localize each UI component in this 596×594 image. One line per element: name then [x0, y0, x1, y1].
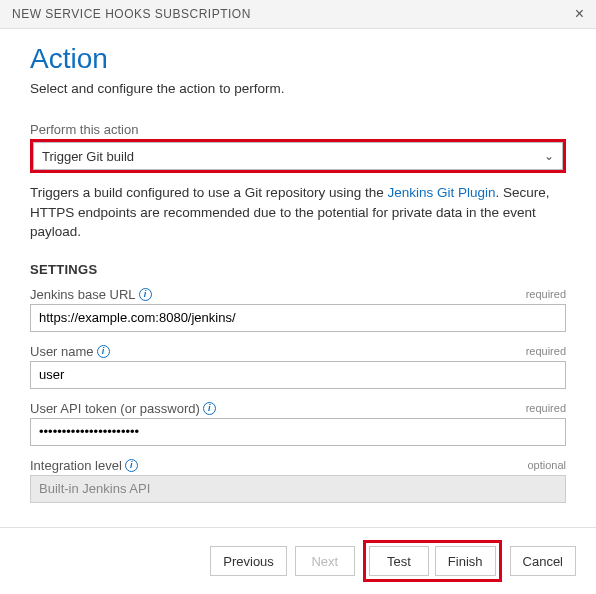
page-subtitle: Select and configure the action to perfo…	[30, 81, 566, 96]
jenkins-url-row: Jenkins base URL i required	[30, 287, 566, 332]
action-select-highlight: Trigger Git build ⌄	[30, 139, 566, 173]
settings-heading: SETTINGS	[30, 262, 566, 277]
info-icon[interactable]: i	[97, 345, 110, 358]
close-icon[interactable]: ×	[575, 6, 584, 22]
dialog-footer: Previous Next Test Finish Cancel	[0, 527, 596, 594]
info-icon[interactable]: i	[139, 288, 152, 301]
optional-tag: optional	[527, 459, 566, 471]
integration-label: Integration level	[30, 458, 122, 473]
desc-pre: Triggers a build configured to use a Git…	[30, 185, 387, 200]
integration-row: Integration level i optional	[30, 458, 566, 503]
cancel-button[interactable]: Cancel	[510, 546, 576, 576]
jenkins-url-input[interactable]	[30, 304, 566, 332]
action-description: Triggers a build configured to use a Git…	[30, 183, 566, 242]
chevron-down-icon: ⌄	[544, 149, 554, 163]
integration-input[interactable]	[30, 475, 566, 503]
required-tag: required	[526, 345, 566, 357]
info-icon[interactable]: i	[125, 459, 138, 472]
username-input[interactable]	[30, 361, 566, 389]
previous-button[interactable]: Previous	[210, 546, 287, 576]
dialog-content: Action Select and configure the action t…	[0, 29, 596, 525]
page-heading: Action	[30, 43, 566, 75]
action-select-value: Trigger Git build	[42, 149, 134, 164]
api-token-row: User API token (or password) i required	[30, 401, 566, 446]
test-finish-highlight: Test Finish	[363, 540, 502, 582]
required-tag: required	[526, 288, 566, 300]
jenkins-git-plugin-link[interactable]: Jenkins Git Plugin	[387, 185, 495, 200]
info-icon[interactable]: i	[203, 402, 216, 415]
username-label: User name	[30, 344, 94, 359]
dialog-title: NEW SERVICE HOOKS SUBSCRIPTION	[12, 7, 251, 21]
username-row: User name i required	[30, 344, 566, 389]
jenkins-url-label: Jenkins base URL	[30, 287, 136, 302]
api-token-label: User API token (or password)	[30, 401, 200, 416]
finish-button[interactable]: Finish	[435, 546, 496, 576]
required-tag: required	[526, 402, 566, 414]
next-button: Next	[295, 546, 355, 576]
action-select-label: Perform this action	[30, 122, 566, 137]
dialog-header: NEW SERVICE HOOKS SUBSCRIPTION ×	[0, 0, 596, 29]
action-select[interactable]: Trigger Git build ⌄	[33, 142, 563, 170]
test-button[interactable]: Test	[369, 546, 429, 576]
api-token-input[interactable]	[30, 418, 566, 446]
